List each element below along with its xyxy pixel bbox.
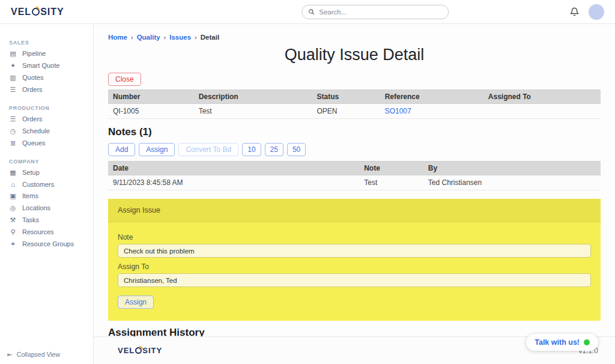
page-size-25-button[interactable]: 25: [265, 143, 283, 156]
convert-to-bd-button[interactable]: Convert To Bd: [178, 143, 238, 156]
sidebar-item-items[interactable]: ▣ Items: [0, 190, 93, 202]
orders-icon: ☰: [9, 86, 17, 94]
sidebar-section-company: COMPANY: [0, 155, 93, 166]
sidebar-section-sales: SALES: [0, 36, 93, 47]
brand-suffix: SITY: [142, 346, 162, 355]
sidebar-item-label: Setup: [22, 169, 40, 176]
sidebar-item-label: Orders: [22, 115, 43, 123]
note-row: 9/11/2023 8:45:58 AM Test Ted Christians…: [108, 175, 601, 190]
issue-header-number: Number: [108, 90, 194, 104]
search-input[interactable]: [319, 8, 442, 16]
user-avatar[interactable]: [589, 4, 604, 20]
sidebar-item-label: Schedule: [22, 127, 50, 135]
add-note-button[interactable]: Add: [108, 143, 135, 156]
note-date: 9/11/2023 8:45:58 AM: [108, 175, 359, 190]
search-icon: [308, 8, 315, 16]
collapsed-view-toggle[interactable]: ⇤ Collapsed View: [0, 345, 93, 364]
assign-panel-title: Assign Issue: [108, 199, 601, 222]
note-text: Test: [359, 175, 423, 190]
breadcrumb-detail: Detail: [201, 34, 219, 41]
sidebar-item-sales-orders[interactable]: ☰ Orders: [0, 83, 93, 96]
breadcrumb-home[interactable]: Home: [108, 34, 127, 41]
items-icon: ▣: [9, 192, 17, 200]
note-field-label: Note: [118, 233, 591, 241]
brand-logo: VEL SITY: [11, 7, 64, 17]
issue-description: Test: [194, 104, 312, 119]
sidebar-item-schedule[interactable]: ◷ Schedule: [0, 125, 93, 137]
assign-button-toolbar[interactable]: Assign: [139, 143, 175, 156]
breadcrumb-separator: ›: [195, 34, 197, 41]
note-by: Ted Christiansen: [423, 175, 601, 190]
search-container: [301, 5, 449, 19]
footer-brand-logo: VEL SITY: [118, 346, 162, 355]
sidebar-item-label: Queues: [22, 139, 46, 147]
breadcrumb-separator: ›: [131, 34, 133, 41]
issue-reference-link[interactable]: SO1007: [385, 107, 411, 115]
assign-to-field-label: Assign To: [118, 262, 591, 271]
queues-icon: ≣: [9, 139, 17, 147]
breadcrumb-issues[interactable]: Issues: [169, 34, 191, 41]
tasks-icon: ⚒: [9, 216, 17, 224]
page-size-10-button[interactable]: 10: [242, 143, 261, 156]
sidebar-item-label: Customers: [22, 181, 54, 188]
sidebar-item-resource-groups[interactable]: ⚭ Resource Groups: [0, 238, 93, 250]
sidebar-item-locations[interactable]: ◎ Locations: [0, 202, 93, 214]
sidebar-item-tasks[interactable]: ⚒ Tasks: [0, 214, 93, 226]
notifications-bell-icon[interactable]: [570, 7, 579, 17]
issue-assigned-to: [483, 104, 601, 119]
sidebar-item-label: Resource Groups: [22, 240, 74, 247]
sidebar-item-label: Resources: [22, 228, 54, 235]
sidebar-item-customers[interactable]: ⌂ Customers: [0, 178, 93, 190]
close-button[interactable]: Close: [108, 73, 141, 86]
breadcrumb-separator: ›: [164, 34, 166, 41]
sidebar-item-smart-quote[interactable]: ✦ Smart Quote: [0, 59, 93, 71]
page-body: SALES ▤ Pipeline ✦ Smart Quote ▥ Quotes …: [0, 24, 615, 364]
breadcrumb-quality[interactable]: Quality: [137, 34, 160, 41]
issue-row: QI-1005 Test OPEN SO1007: [108, 104, 601, 119]
sidebar-item-resources[interactable]: ⚲ Resources: [0, 226, 93, 238]
notes-toolbar: Add Assign Convert To Bd 10 25 50: [108, 143, 601, 156]
issue-header-description: Description: [194, 90, 312, 104]
brand-o-icon: [32, 8, 40, 16]
issue-table: Number Description Status Reference Assi…: [108, 89, 601, 119]
resources-person-icon: ⚲: [9, 228, 17, 236]
chat-launcher[interactable]: Talk with us!: [526, 334, 598, 351]
sidebar-item-label: Pipeline: [22, 50, 46, 57]
issue-header-assigned-to: Assigned To: [483, 90, 601, 104]
notes-table: Date Note By 9/11/2023 8:45:58 AM Test T…: [108, 161, 601, 190]
issue-header-reference: Reference: [380, 90, 483, 104]
notes-header-by: By: [423, 162, 601, 175]
sidebar-section-production: PRODUCTION: [0, 102, 93, 113]
search-box: [301, 5, 449, 19]
collapsed-view-label: Collapsed View: [17, 351, 60, 358]
page-size-50-button[interactable]: 50: [287, 143, 306, 156]
resource-groups-icon: ⚭: [9, 240, 17, 248]
issue-number: QI-1005: [108, 104, 194, 119]
assign-submit-button[interactable]: Assign: [118, 296, 154, 309]
sidebar-item-production-orders[interactable]: ☰ Orders: [0, 113, 93, 125]
schedule-clock-icon: ◷: [9, 127, 17, 135]
orders-icon: ☰: [9, 115, 17, 123]
sidebar-item-quotes[interactable]: ▥ Quotes: [0, 71, 93, 83]
page-title: Quality Issue Detail: [108, 46, 601, 64]
sidebar-item-label: Orders: [22, 86, 43, 93]
topbar-right: [570, 4, 604, 20]
brand-prefix: VEL: [118, 346, 135, 355]
chat-label: Talk with us!: [535, 338, 580, 347]
sidebar-sections: SALES ▤ Pipeline ✦ Smart Quote ▥ Quotes …: [0, 24, 93, 345]
assign-issue-panel: Assign Issue Note Assign To Assign: [108, 199, 601, 321]
sidebar-item-setup[interactable]: ▦ Setup: [0, 166, 93, 178]
brand-prefix: VEL: [11, 7, 31, 17]
sidebar-item-queues[interactable]: ≣ Queues: [0, 137, 93, 149]
assign-to-input[interactable]: [118, 273, 591, 287]
brand-suffix: SITY: [40, 7, 64, 17]
smart-quote-icon: ✦: [9, 62, 17, 70]
sidebar-item-label: Quotes: [22, 74, 43, 81]
breadcrumb: Home › Quality › Issues › Detail: [108, 34, 601, 41]
setup-icon: ▦: [9, 169, 17, 177]
sidebar-item-pipeline[interactable]: ▤ Pipeline: [0, 47, 93, 59]
sidebar-item-label: Tasks: [22, 216, 39, 223]
sidebar-item-label: Smart Quote: [22, 62, 59, 69]
note-input[interactable]: [118, 244, 591, 258]
customers-icon: ⌂: [9, 181, 17, 188]
